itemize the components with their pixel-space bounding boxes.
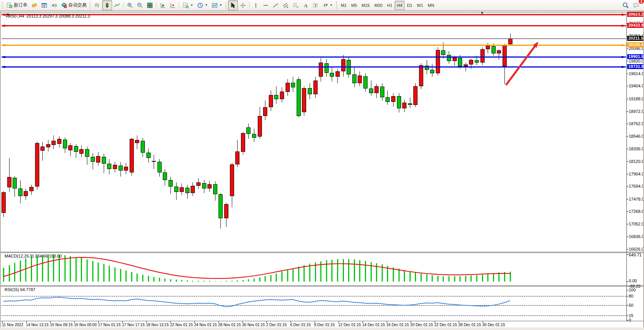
toolbar-grip[interactable] xyxy=(90,2,91,9)
arrows-tool[interactable]: ▼ xyxy=(320,0,335,10)
line-chart-button[interactable] xyxy=(112,0,122,10)
chart-shift-button[interactable] xyxy=(158,0,168,10)
horizontal-line-object[interactable] xyxy=(2,39,626,39)
time-tick-label: 11 Nov 2022 xyxy=(2,323,23,327)
chevron-down-icon[interactable]: ▼ xyxy=(330,3,333,7)
vertical-line-tool[interactable] xyxy=(251,0,261,10)
timeframe-button-m15[interactable]: M15 xyxy=(359,1,372,10)
timeframe-button-d1[interactable]: D1 xyxy=(405,1,414,10)
toolbar-grip[interactable] xyxy=(2,2,3,9)
candle xyxy=(297,79,301,116)
pane-separator[interactable] xyxy=(1,253,643,253)
horizontal-line-object[interactable] xyxy=(2,25,626,26)
chart-window[interactable]: HK50-,H4 20113.3 20297.3 20088.3 20211.3… xyxy=(0,11,644,327)
bar-chart-button[interactable] xyxy=(92,0,102,10)
shapes-icon xyxy=(322,2,328,8)
timeframe-button-w1[interactable]: W1 xyxy=(414,1,426,10)
macd-histogram-bar xyxy=(164,278,165,282)
sound-button[interactable] xyxy=(49,0,59,10)
template-button[interactable]: ▼ xyxy=(210,0,224,10)
timeframe-button-m1[interactable]: M1 xyxy=(339,1,349,10)
line-handle[interactable] xyxy=(3,44,5,46)
cursor-tool-button[interactable] xyxy=(228,0,238,10)
line-handle[interactable] xyxy=(622,14,623,16)
quotes-button[interactable] xyxy=(29,0,39,10)
price-tick-label: 17478.0 xyxy=(629,197,644,201)
pane-separator[interactable] xyxy=(1,252,643,252)
candle xyxy=(486,46,490,49)
line-handle[interactable] xyxy=(3,66,5,68)
pane-separator[interactable] xyxy=(1,285,643,286)
candle xyxy=(286,83,290,92)
marker-triangle-icon[interactable]: ▼ xyxy=(6,13,10,16)
chevron-down-icon[interactable]: ▼ xyxy=(190,3,193,7)
macd-histogram-bar xyxy=(393,267,394,282)
market-watch-button[interactable] xyxy=(39,0,49,10)
toolbar-grip[interactable] xyxy=(225,2,226,9)
trend-arrow[interactable] xyxy=(506,45,536,85)
macd-histogram-bar xyxy=(81,258,82,282)
candle xyxy=(330,73,334,77)
macd-histogram-bar xyxy=(465,276,466,282)
macd-histogram-bar xyxy=(365,261,366,282)
zoom-in-button[interactable] xyxy=(125,0,135,10)
horizontal-line-object[interactable] xyxy=(2,45,626,46)
candle xyxy=(51,141,56,145)
new-order-button[interactable]: 新订单 xyxy=(5,0,29,10)
horizontal-line-tool[interactable] xyxy=(261,0,271,10)
macd-histogram-bar xyxy=(231,281,233,282)
time-tick-label: 20 Dec 01:15 xyxy=(410,323,433,327)
candle xyxy=(246,127,251,134)
line-handle[interactable] xyxy=(3,56,5,58)
line-handle[interactable] xyxy=(3,25,5,27)
horizontal-line-object[interactable] xyxy=(2,56,626,58)
timeframe-button-h4[interactable]: H4 xyxy=(395,1,405,10)
timeframe-button-h1[interactable]: H1 xyxy=(385,1,395,10)
new-chart-button[interactable]: ▼ xyxy=(181,0,195,10)
macd-axis-label: 0.00 xyxy=(629,279,637,283)
shift-end-icon xyxy=(160,2,166,8)
line-handle[interactable] xyxy=(3,14,5,16)
text-label-tool[interactable]: T xyxy=(310,0,320,10)
line-handle[interactable] xyxy=(622,44,623,46)
toolbar-grip[interactable] xyxy=(336,2,337,9)
marker-triangle-icon[interactable]: ▼ xyxy=(480,11,484,15)
macd-histogram-bar xyxy=(153,277,154,282)
channel-tool[interactable]: E xyxy=(281,0,291,10)
price-tick-label: 17904.0 xyxy=(629,172,644,176)
timeframe-button-m30[interactable]: M30 xyxy=(372,1,385,10)
candle xyxy=(57,139,61,143)
line-handle[interactable] xyxy=(622,56,623,58)
timeframe-button-mn[interactable]: MN xyxy=(426,1,437,10)
line-handle[interactable] xyxy=(622,66,623,68)
zoom-out-button[interactable] xyxy=(135,0,145,10)
search-button[interactable] xyxy=(620,0,631,10)
auto-trading-button[interactable]: 自动交易 xyxy=(59,0,88,10)
trendline-tool[interactable] xyxy=(271,0,281,10)
candle xyxy=(157,162,162,172)
crosshair-tool-button[interactable] xyxy=(238,0,248,10)
candle xyxy=(24,191,28,196)
horizontal-line-object[interactable] xyxy=(2,14,626,15)
period-button[interactable]: ▼ xyxy=(195,0,210,10)
line-handle[interactable] xyxy=(622,25,623,27)
chevron-down-icon[interactable]: ▼ xyxy=(205,3,208,7)
macd-histogram-bar xyxy=(287,270,288,282)
fibonacci-tool[interactable]: F xyxy=(291,0,300,10)
tile-windows-button[interactable] xyxy=(145,0,155,10)
macd-histogram-bar xyxy=(98,262,99,282)
price-tick-label: 19188.0 xyxy=(629,97,644,101)
horizontal-line-object[interactable] xyxy=(2,66,626,68)
candlestick-chart-button[interactable] xyxy=(102,0,112,10)
chat-button[interactable]: 1 xyxy=(631,0,642,10)
text-tool[interactable]: A xyxy=(300,0,310,10)
timeframe-button-m5[interactable]: M5 xyxy=(349,1,359,10)
pane-separator[interactable] xyxy=(1,286,643,287)
candle xyxy=(191,186,195,193)
candle-wick xyxy=(410,97,410,108)
candle xyxy=(35,143,39,187)
chevron-down-icon[interactable]: ▼ xyxy=(219,3,222,7)
auto-scroll-button[interactable] xyxy=(168,0,178,10)
time-tick-label: 14 Dec 01:15 xyxy=(362,323,385,327)
shift-offset-icon xyxy=(170,2,176,8)
